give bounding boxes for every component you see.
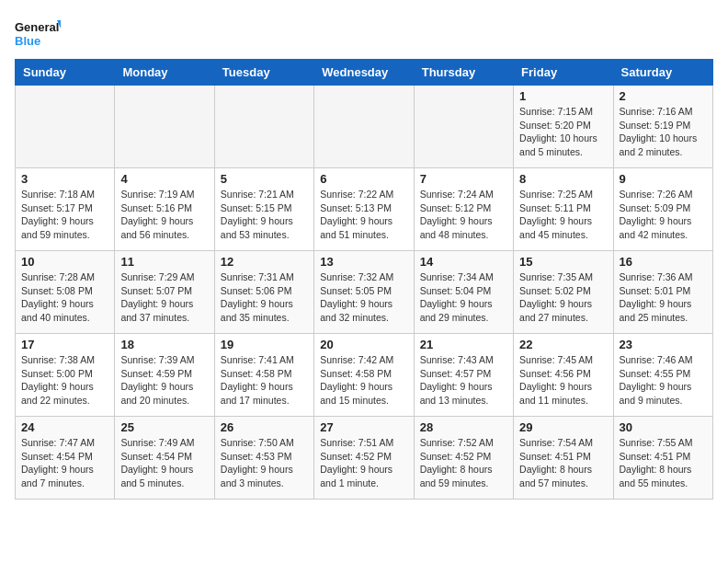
day-number: 5 [221, 172, 308, 186]
day-number: 1 [519, 89, 607, 103]
day-info: Sunrise: 7:55 AMSunset: 4:51 PMDaylight:… [620, 436, 707, 490]
day-info: Sunrise: 7:29 AMSunset: 5:07 PMDaylight:… [120, 270, 208, 325]
calendar-cell [314, 86, 414, 168]
header-day-tuesday: Tuesday [214, 60, 313, 86]
header-day-thursday: Thursday [414, 60, 513, 86]
day-number: 15 [519, 255, 607, 269]
calendar-cell: 18Sunrise: 7:39 AMSunset: 4:59 PMDayligh… [115, 334, 214, 417]
calendar-cell: 14Sunrise: 7:34 AMSunset: 5:04 PMDayligh… [414, 251, 513, 334]
calendar-cell: 7Sunrise: 7:24 AMSunset: 5:12 PMDaylight… [414, 168, 513, 251]
day-info: Sunrise: 7:50 AMSunset: 4:53 PMDaylight:… [221, 436, 308, 490]
calendar-table: SundayMondayTuesdayWednesdayThursdayFrid… [15, 59, 713, 500]
day-number: 17 [21, 338, 108, 351]
calendar-cell: 10Sunrise: 7:28 AMSunset: 5:08 PMDayligh… [16, 251, 115, 334]
week-row-3: 10Sunrise: 7:28 AMSunset: 5:08 PMDayligh… [16, 251, 713, 334]
day-info: Sunrise: 7:42 AMSunset: 4:58 PMDaylight:… [320, 353, 407, 408]
day-number: 7 [420, 172, 507, 186]
day-number: 16 [620, 255, 707, 269]
calendar-cell: 19Sunrise: 7:41 AMSunset: 4:58 PMDayligh… [214, 334, 313, 417]
day-number: 22 [519, 338, 607, 351]
day-info: Sunrise: 7:16 AMSunset: 5:19 PMDaylight:… [620, 105, 707, 159]
calendar-cell: 26Sunrise: 7:50 AMSunset: 4:53 PMDayligh… [214, 417, 313, 500]
calendar-cell: 24Sunrise: 7:47 AMSunset: 4:54 PMDayligh… [16, 417, 115, 500]
calendar-cell: 23Sunrise: 7:46 AMSunset: 4:55 PMDayligh… [613, 334, 712, 417]
day-number: 21 [420, 338, 507, 351]
day-number: 14 [420, 255, 507, 269]
week-row-2: 3Sunrise: 7:18 AMSunset: 5:17 PMDaylight… [16, 168, 713, 251]
day-number: 24 [21, 420, 108, 434]
calendar-cell: 17Sunrise: 7:38 AMSunset: 5:00 PMDayligh… [16, 334, 115, 417]
day-number: 11 [120, 255, 208, 269]
calendar-cell: 27Sunrise: 7:51 AMSunset: 4:52 PMDayligh… [314, 417, 414, 500]
day-info: Sunrise: 7:38 AMSunset: 5:00 PMDaylight:… [21, 353, 108, 408]
day-info: Sunrise: 7:25 AMSunset: 5:11 PMDaylight:… [519, 188, 607, 242]
calendar-body: 1Sunrise: 7:15 AMSunset: 5:20 PMDaylight… [16, 86, 713, 500]
header-row: SundayMondayTuesdayWednesdayThursdayFrid… [16, 60, 713, 86]
header-day-friday: Friday [514, 60, 613, 86]
day-number: 25 [120, 420, 208, 434]
day-info: Sunrise: 7:15 AMSunset: 5:20 PMDaylight:… [519, 105, 607, 159]
day-info: Sunrise: 7:46 AMSunset: 4:55 PMDaylight:… [620, 353, 707, 408]
calendar-cell [414, 86, 513, 168]
day-number: 27 [320, 420, 407, 434]
day-number: 9 [620, 172, 707, 186]
header-day-saturday: Saturday [613, 60, 712, 86]
day-info: Sunrise: 7:19 AMSunset: 5:16 PMDaylight:… [120, 188, 208, 242]
day-number: 2 [620, 89, 707, 103]
calendar-cell [214, 86, 313, 168]
day-info: Sunrise: 7:32 AMSunset: 5:05 PMDaylight:… [320, 270, 407, 325]
day-number: 13 [320, 255, 407, 269]
day-info: Sunrise: 7:54 AMSunset: 4:51 PMDaylight:… [519, 436, 607, 490]
calendar-cell: 6Sunrise: 7:22 AMSunset: 5:13 PMDaylight… [314, 168, 414, 251]
calendar-cell: 9Sunrise: 7:26 AMSunset: 5:09 PMDaylight… [613, 168, 712, 251]
day-number: 6 [320, 172, 407, 186]
day-number: 4 [120, 172, 208, 186]
day-info: Sunrise: 7:26 AMSunset: 5:09 PMDaylight:… [620, 188, 707, 242]
day-info: Sunrise: 7:18 AMSunset: 5:17 PMDaylight:… [21, 188, 108, 242]
day-number: 10 [21, 255, 108, 269]
day-number: 12 [221, 255, 308, 269]
day-info: Sunrise: 7:31 AMSunset: 5:06 PMDaylight:… [221, 270, 308, 325]
day-number: 8 [519, 172, 607, 186]
header: General Blue [15, 15, 713, 52]
day-info: Sunrise: 7:22 AMSunset: 5:13 PMDaylight:… [320, 188, 407, 242]
week-row-5: 24Sunrise: 7:47 AMSunset: 4:54 PMDayligh… [16, 417, 713, 500]
header-day-wednesday: Wednesday [314, 60, 414, 86]
day-number: 29 [519, 420, 607, 434]
header-day-monday: Monday [115, 60, 214, 86]
day-number: 23 [620, 338, 707, 351]
logo: General Blue [15, 15, 61, 52]
calendar-cell: 12Sunrise: 7:31 AMSunset: 5:06 PMDayligh… [214, 251, 313, 334]
day-number: 19 [221, 338, 308, 351]
calendar-cell: 2Sunrise: 7:16 AMSunset: 5:19 PMDaylight… [613, 86, 712, 168]
calendar-cell: 30Sunrise: 7:55 AMSunset: 4:51 PMDayligh… [613, 417, 712, 500]
svg-text:General: General [15, 20, 59, 34]
svg-text:Blue: Blue [15, 34, 40, 48]
calendar-cell: 13Sunrise: 7:32 AMSunset: 5:05 PMDayligh… [314, 251, 414, 334]
day-info: Sunrise: 7:47 AMSunset: 4:54 PMDaylight:… [21, 436, 108, 490]
week-row-4: 17Sunrise: 7:38 AMSunset: 5:00 PMDayligh… [16, 334, 713, 417]
calendar-cell: 28Sunrise: 7:52 AMSunset: 4:52 PMDayligh… [414, 417, 513, 500]
calendar-cell: 29Sunrise: 7:54 AMSunset: 4:51 PMDayligh… [514, 417, 613, 500]
day-info: Sunrise: 7:45 AMSunset: 4:56 PMDaylight:… [519, 353, 607, 408]
calendar-cell: 22Sunrise: 7:45 AMSunset: 4:56 PMDayligh… [514, 334, 613, 417]
calendar-cell: 25Sunrise: 7:49 AMSunset: 4:54 PMDayligh… [115, 417, 214, 500]
calendar-cell: 3Sunrise: 7:18 AMSunset: 5:17 PMDaylight… [16, 168, 115, 251]
calendar-cell: 16Sunrise: 7:36 AMSunset: 5:01 PMDayligh… [613, 251, 712, 334]
day-info: Sunrise: 7:35 AMSunset: 5:02 PMDaylight:… [519, 270, 607, 325]
calendar-cell: 21Sunrise: 7:43 AMSunset: 4:57 PMDayligh… [414, 334, 513, 417]
day-number: 3 [21, 172, 108, 186]
day-number: 18 [120, 338, 208, 351]
calendar-cell: 5Sunrise: 7:21 AMSunset: 5:15 PMDaylight… [214, 168, 313, 251]
day-number: 28 [420, 420, 507, 434]
day-info: Sunrise: 7:43 AMSunset: 4:57 PMDaylight:… [420, 353, 507, 408]
day-info: Sunrise: 7:51 AMSunset: 4:52 PMDaylight:… [320, 436, 407, 490]
calendar-cell: 4Sunrise: 7:19 AMSunset: 5:16 PMDaylight… [115, 168, 214, 251]
calendar-cell: 11Sunrise: 7:29 AMSunset: 5:07 PMDayligh… [115, 251, 214, 334]
day-info: Sunrise: 7:49 AMSunset: 4:54 PMDaylight:… [120, 436, 208, 490]
calendar-cell: 1Sunrise: 7:15 AMSunset: 5:20 PMDaylight… [514, 86, 613, 168]
day-info: Sunrise: 7:24 AMSunset: 5:12 PMDaylight:… [420, 188, 507, 242]
calendar-cell: 15Sunrise: 7:35 AMSunset: 5:02 PMDayligh… [514, 251, 613, 334]
header-day-sunday: Sunday [16, 60, 115, 86]
calendar-cell: 20Sunrise: 7:42 AMSunset: 4:58 PMDayligh… [314, 334, 414, 417]
